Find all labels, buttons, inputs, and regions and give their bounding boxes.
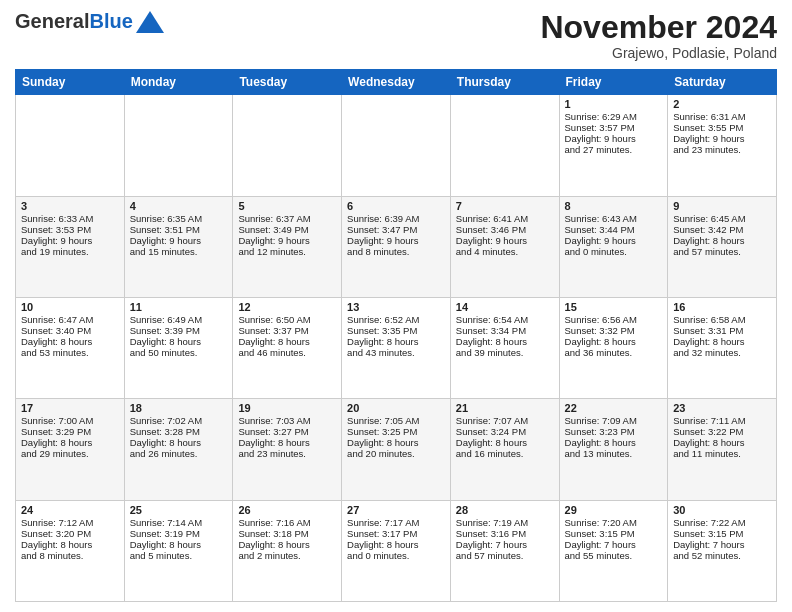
calendar-week-1: 1Sunrise: 6:29 AMSunset: 3:57 PMDaylight…	[16, 95, 777, 196]
day-info: Daylight: 8 hours	[456, 336, 554, 347]
day-info: Sunset: 3:23 PM	[565, 426, 663, 437]
logo-blue: Blue	[89, 10, 132, 32]
day-info: and 57 minutes.	[456, 550, 554, 561]
day-number: 8	[565, 200, 663, 212]
day-info: Sunset: 3:16 PM	[456, 528, 554, 539]
day-info: Sunrise: 7:02 AM	[130, 415, 228, 426]
calendar-cell: 8Sunrise: 6:43 AMSunset: 3:44 PMDaylight…	[559, 196, 668, 297]
day-info: Daylight: 8 hours	[347, 437, 445, 448]
day-info: Sunset: 3:22 PM	[673, 426, 771, 437]
day-info: Daylight: 8 hours	[130, 336, 228, 347]
day-info: and 53 minutes.	[21, 347, 119, 358]
day-info: and 23 minutes.	[238, 448, 336, 459]
day-info: Daylight: 9 hours	[565, 235, 663, 246]
col-monday: Monday	[124, 70, 233, 95]
calendar-cell: 14Sunrise: 6:54 AMSunset: 3:34 PMDayligh…	[450, 297, 559, 398]
day-info: Sunrise: 6:33 AM	[21, 213, 119, 224]
day-info: and 8 minutes.	[347, 246, 445, 257]
calendar-cell: 5Sunrise: 6:37 AMSunset: 3:49 PMDaylight…	[233, 196, 342, 297]
day-info: and 39 minutes.	[456, 347, 554, 358]
calendar-header-row: Sunday Monday Tuesday Wednesday Thursday…	[16, 70, 777, 95]
calendar-cell: 30Sunrise: 7:22 AMSunset: 3:15 PMDayligh…	[668, 500, 777, 601]
day-info: Daylight: 8 hours	[347, 539, 445, 550]
location: Grajewo, Podlasie, Poland	[540, 45, 777, 61]
day-info: and 23 minutes.	[673, 144, 771, 155]
day-info: Daylight: 8 hours	[673, 437, 771, 448]
day-info: Sunset: 3:19 PM	[130, 528, 228, 539]
day-info: Daylight: 8 hours	[673, 336, 771, 347]
day-info: Sunset: 3:15 PM	[673, 528, 771, 539]
day-info: and 0 minutes.	[347, 550, 445, 561]
day-info: Sunrise: 6:43 AM	[565, 213, 663, 224]
calendar-cell: 22Sunrise: 7:09 AMSunset: 3:23 PMDayligh…	[559, 399, 668, 500]
day-info: Daylight: 8 hours	[130, 539, 228, 550]
day-info: Sunrise: 6:45 AM	[673, 213, 771, 224]
calendar-cell: 3Sunrise: 6:33 AMSunset: 3:53 PMDaylight…	[16, 196, 125, 297]
day-info: Sunset: 3:44 PM	[565, 224, 663, 235]
col-wednesday: Wednesday	[342, 70, 451, 95]
day-info: Daylight: 8 hours	[130, 437, 228, 448]
title-area: November 2024 Grajewo, Podlasie, Poland	[540, 10, 777, 61]
day-info: and 36 minutes.	[565, 347, 663, 358]
day-number: 27	[347, 504, 445, 516]
day-info: Sunset: 3:51 PM	[130, 224, 228, 235]
day-number: 24	[21, 504, 119, 516]
calendar-cell: 24Sunrise: 7:12 AMSunset: 3:20 PMDayligh…	[16, 500, 125, 601]
day-info: Daylight: 8 hours	[565, 437, 663, 448]
logo-icon	[136, 11, 164, 33]
calendar-cell	[450, 95, 559, 196]
day-info: Daylight: 7 hours	[673, 539, 771, 550]
calendar-cell: 27Sunrise: 7:17 AMSunset: 3:17 PMDayligh…	[342, 500, 451, 601]
calendar-week-2: 3Sunrise: 6:33 AMSunset: 3:53 PMDaylight…	[16, 196, 777, 297]
day-info: and 11 minutes.	[673, 448, 771, 459]
day-info: Daylight: 8 hours	[565, 336, 663, 347]
logo-general: General	[15, 10, 89, 32]
day-info: and 29 minutes.	[21, 448, 119, 459]
day-info: Sunrise: 7:16 AM	[238, 517, 336, 528]
calendar-cell: 29Sunrise: 7:20 AMSunset: 3:15 PMDayligh…	[559, 500, 668, 601]
calendar-cell: 6Sunrise: 6:39 AMSunset: 3:47 PMDaylight…	[342, 196, 451, 297]
day-number: 6	[347, 200, 445, 212]
calendar-cell: 13Sunrise: 6:52 AMSunset: 3:35 PMDayligh…	[342, 297, 451, 398]
day-info: and 20 minutes.	[347, 448, 445, 459]
day-number: 20	[347, 402, 445, 414]
day-info: and 19 minutes.	[21, 246, 119, 257]
day-info: Sunrise: 6:41 AM	[456, 213, 554, 224]
day-info: Sunrise: 6:39 AM	[347, 213, 445, 224]
day-info: Daylight: 8 hours	[21, 437, 119, 448]
day-info: Daylight: 8 hours	[673, 235, 771, 246]
day-number: 16	[673, 301, 771, 313]
svg-marker-0	[136, 11, 164, 33]
calendar-cell: 15Sunrise: 6:56 AMSunset: 3:32 PMDayligh…	[559, 297, 668, 398]
day-info: Sunset: 3:35 PM	[347, 325, 445, 336]
day-info: Daylight: 8 hours	[21, 336, 119, 347]
calendar-cell: 4Sunrise: 6:35 AMSunset: 3:51 PMDaylight…	[124, 196, 233, 297]
day-number: 19	[238, 402, 336, 414]
day-info: Daylight: 7 hours	[456, 539, 554, 550]
day-info: Sunset: 3:18 PM	[238, 528, 336, 539]
day-info: Sunrise: 6:37 AM	[238, 213, 336, 224]
day-info: and 52 minutes.	[673, 550, 771, 561]
day-info: Sunset: 3:20 PM	[21, 528, 119, 539]
day-info: and 27 minutes.	[565, 144, 663, 155]
day-info: and 57 minutes.	[673, 246, 771, 257]
day-info: Daylight: 8 hours	[21, 539, 119, 550]
calendar-cell: 1Sunrise: 6:29 AMSunset: 3:57 PMDaylight…	[559, 95, 668, 196]
calendar-cell: 11Sunrise: 6:49 AMSunset: 3:39 PMDayligh…	[124, 297, 233, 398]
day-info: Sunrise: 7:09 AM	[565, 415, 663, 426]
day-number: 17	[21, 402, 119, 414]
day-info: Daylight: 9 hours	[673, 133, 771, 144]
calendar-cell: 10Sunrise: 6:47 AMSunset: 3:40 PMDayligh…	[16, 297, 125, 398]
day-info: Sunrise: 6:29 AM	[565, 111, 663, 122]
day-number: 10	[21, 301, 119, 313]
day-info: Sunrise: 6:56 AM	[565, 314, 663, 325]
day-number: 5	[238, 200, 336, 212]
day-number: 15	[565, 301, 663, 313]
day-info: Sunrise: 7:05 AM	[347, 415, 445, 426]
day-number: 22	[565, 402, 663, 414]
day-info: and 13 minutes.	[565, 448, 663, 459]
day-info: Sunset: 3:32 PM	[565, 325, 663, 336]
day-number: 29	[565, 504, 663, 516]
calendar-cell	[233, 95, 342, 196]
day-number: 25	[130, 504, 228, 516]
